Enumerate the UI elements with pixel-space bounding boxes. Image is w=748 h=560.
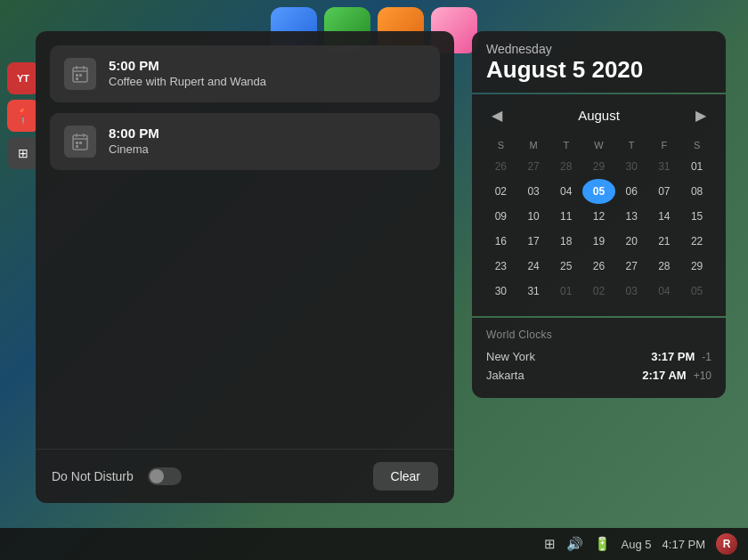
- calendar-day[interactable]: 21: [648, 229, 681, 254]
- calendar-day[interactable]: 03: [517, 179, 550, 204]
- wc-right-newyork: 3:17 PM -1: [651, 350, 711, 363]
- svg-rect-6: [76, 77, 78, 80]
- event-time-2: 8:00 PM: [109, 126, 159, 141]
- taskbar-network-icon[interactable]: ⊞: [544, 536, 556, 552]
- cal-header-fri: F: [648, 136, 681, 154]
- calendar-day[interactable]: 07: [648, 179, 681, 204]
- cal-header-mon: M: [517, 136, 550, 154]
- calendar-day[interactable]: 01: [680, 154, 713, 179]
- calendar-day[interactable]: 12: [582, 204, 615, 229]
- calendar-day[interactable]: 22: [680, 229, 713, 254]
- calendar-day[interactable]: 15: [680, 204, 713, 229]
- calendar-day[interactable]: 27: [517, 154, 550, 179]
- calendar-day[interactable]: 31: [648, 154, 681, 179]
- event-card-2[interactable]: 8:00 PM Cinema: [50, 113, 440, 170]
- calendar-day[interactable]: 02: [484, 179, 517, 204]
- calendar-day[interactable]: 25: [549, 254, 582, 279]
- right-panel: Wednesday August 5 2020 ◀ August ▶ S M T…: [472, 31, 726, 398]
- calendar-day[interactable]: 26: [484, 154, 517, 179]
- cal-header-tue: T: [549, 136, 582, 154]
- calendar-day[interactable]: 02: [582, 279, 615, 304]
- wc-offset-jakarta: +10: [694, 369, 711, 382]
- calendar-day[interactable]: 16: [484, 229, 517, 254]
- calendar-day[interactable]: 17: [517, 229, 550, 254]
- svg-rect-13: [76, 145, 78, 148]
- calendar-day[interactable]: 31: [517, 279, 550, 304]
- calendar-day[interactable]: 08: [680, 179, 713, 204]
- event-card-1[interactable]: 5:00 PM Coffee with Rupert and Wanda: [50, 45, 440, 102]
- svg-rect-11: [76, 142, 78, 144]
- wc-row-jakarta: Jakarta 2:17 AM +10: [486, 369, 711, 382]
- wc-city-jakarta: Jakarta: [486, 369, 524, 382]
- desktop: YT 📍 ⊞ 5:00 PM: [0, 0, 748, 560]
- calendar-day[interactable]: 11: [549, 204, 582, 229]
- world-clocks-panel: World Clocks New York 3:17 PM -1 Jakarta…: [472, 318, 726, 398]
- calendar-day[interactable]: 06: [615, 179, 648, 204]
- wc-offset-newyork: -1: [702, 351, 711, 363]
- calendar-day[interactable]: 14: [648, 204, 681, 229]
- full-date: August 5 2020: [486, 56, 711, 84]
- svg-rect-4: [76, 74, 78, 77]
- taskbar-date: Aug 5: [622, 538, 652, 551]
- calendar-grid: S M T W T F S 26272829303101020304050607…: [484, 136, 713, 304]
- cal-header-wed: W: [582, 136, 615, 154]
- calendar-day[interactable]: 18: [549, 229, 582, 254]
- wc-time-jakarta: 2:17 AM: [642, 369, 686, 382]
- event-title-1: Coffee with Rupert and Wanda: [109, 75, 266, 88]
- cal-header-sun: S: [484, 136, 517, 154]
- cal-next-button[interactable]: ▶: [688, 103, 713, 127]
- taskbar-avatar[interactable]: R: [716, 533, 737, 555]
- sidebar-icon-youtube[interactable]: YT: [7, 62, 39, 94]
- calendar-day[interactable]: 03: [615, 279, 648, 304]
- notification-panel: 5:00 PM Coffee with Rupert and Wanda: [36, 31, 454, 503]
- clear-button[interactable]: Clear: [373, 462, 438, 491]
- calendar-day[interactable]: 30: [615, 154, 648, 179]
- wc-city-newyork: New York: [486, 350, 535, 363]
- calendar-day[interactable]: 24: [517, 254, 550, 279]
- taskbar-time: 4:17 PM: [663, 538, 705, 551]
- world-clocks-title: World Clocks: [486, 329, 711, 341]
- cal-header-sat: S: [680, 136, 713, 154]
- wc-time-newyork: 3:17 PM: [651, 350, 695, 363]
- calendar-day[interactable]: 01: [549, 279, 582, 304]
- sidebar-icon-apps[interactable]: ⊞: [7, 137, 39, 169]
- taskbar-battery-icon[interactable]: 🔋: [594, 536, 611, 552]
- calendar-day[interactable]: 26: [582, 254, 615, 279]
- calendar-day[interactable]: 27: [615, 254, 648, 279]
- calendar-day[interactable]: 05: [680, 279, 713, 304]
- calendar-day[interactable]: 29: [680, 254, 713, 279]
- wc-row-newyork: New York 3:17 PM -1: [486, 350, 711, 363]
- calendar-day[interactable]: 30: [484, 279, 517, 304]
- calendar-day[interactable]: 20: [615, 229, 648, 254]
- calendar-nav: ◀ August ▶: [484, 103, 713, 127]
- calendar-day[interactable]: 13: [615, 204, 648, 229]
- svg-rect-12: [79, 142, 82, 144]
- cal-header-thu: T: [615, 136, 648, 154]
- event-time-1: 5:00 PM: [109, 58, 266, 73]
- cal-prev-button[interactable]: ◀: [484, 103, 509, 127]
- calendar-day[interactable]: 28: [648, 254, 681, 279]
- events-list: 5:00 PM Coffee with Rupert and Wanda: [36, 31, 454, 449]
- calendar-day[interactable]: 04: [549, 179, 582, 204]
- calendar-day[interactable]: 28: [549, 154, 582, 179]
- wc-right-jakarta: 2:17 AM +10: [642, 369, 711, 382]
- panel-bottom: Do Not Disturb Clear: [36, 449, 454, 503]
- calendar-day[interactable]: 29: [582, 154, 615, 179]
- taskbar-volume-icon[interactable]: 🔊: [566, 536, 583, 552]
- dnd-section: Do Not Disturb: [52, 467, 182, 485]
- dnd-label: Do Not Disturb: [52, 469, 134, 483]
- taskbar: ⊞ 🔊 🔋 Aug 5 4:17 PM R: [0, 528, 748, 560]
- sidebar: YT 📍 ⊞: [7, 62, 39, 169]
- calendar-day[interactable]: 23: [484, 254, 517, 279]
- calendar-day[interactable]: 19: [582, 229, 615, 254]
- sidebar-icon-maps[interactable]: 📍: [7, 100, 39, 132]
- svg-rect-5: [79, 74, 82, 77]
- calendar-day[interactable]: 04: [648, 279, 681, 304]
- event-icon-2: [64, 126, 96, 158]
- event-info-2: 8:00 PM Cinema: [109, 126, 159, 156]
- calendar-day[interactable]: 10: [517, 204, 550, 229]
- calendar-day[interactable]: 05: [582, 179, 615, 204]
- dnd-toggle[interactable]: [148, 467, 182, 485]
- calendar-day[interactable]: 09: [484, 204, 517, 229]
- calendar-body: 2627282930310102030405060708091011121314…: [484, 154, 713, 304]
